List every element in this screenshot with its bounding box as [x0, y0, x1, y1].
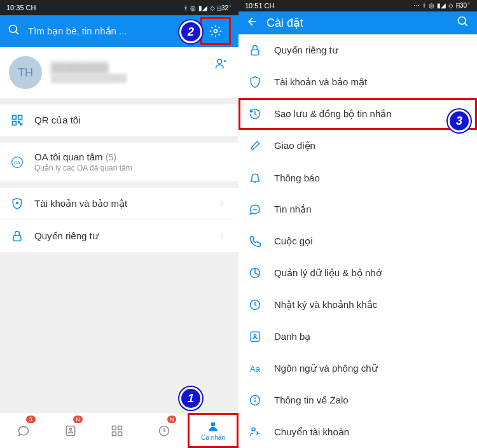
bottom-nav: 3 N N Cá nhân	[0, 412, 238, 448]
status-bar: 10:51 CH ⋯ ᚼ ◎ ▮◢ ◇ ⌸30⁾	[238, 0, 477, 11]
status-bar: 10:35 CH ᚼ ◎ ▮◢ ◇ ⌸32⁾	[0, 0, 238, 15]
settings-backup[interactable]: Sao lưu & đồng bộ tin nhắn	[238, 98, 477, 130]
contacts-badge: N	[73, 416, 83, 423]
callout-3: 3	[448, 109, 471, 132]
right-screen: 10:51 CH ⋯ ᚼ ◎ ▮◢ ◇ ⌸30⁾ Cài đặt Quyền r…	[238, 0, 477, 448]
settings-switch[interactable]: Chuyển tài khoản	[238, 416, 477, 448]
settings-call-label: Cuộc gọi	[274, 235, 313, 247]
svg-line-24	[465, 23, 467, 25]
settings-contacts[interactable]: Danh bạ	[238, 321, 477, 353]
left-screen: 10:35 CH ᚼ ◎ ▮◢ ◇ ⌸32⁾ Tìm bạn bè, tin n…	[0, 0, 238, 448]
callout-2: 2	[179, 20, 202, 43]
font-icon: Aa	[249, 362, 261, 375]
timeline-badge: N	[167, 416, 177, 423]
nav-messages[interactable]: 3	[0, 413, 47, 448]
bluetooth-icon: ᚼ	[422, 2, 426, 9]
svg-rect-20	[118, 431, 122, 435]
settings-message[interactable]: Tin nhắn	[238, 193, 477, 225]
qr-icon	[10, 113, 24, 127]
svg-point-33	[255, 398, 256, 398]
brush-icon	[249, 139, 261, 152]
messages-badge: 3	[26, 416, 36, 423]
profile-sub: ██████████████	[51, 74, 127, 83]
bell-icon	[249, 171, 261, 184]
qr-section: QR của tôi	[0, 104, 238, 136]
callout-1: 1	[179, 387, 202, 410]
settings-privacy[interactable]: Quyền riêng tư	[238, 34, 477, 66]
settings-call[interactable]: Cuộc gọi	[238, 225, 477, 257]
settings-backup-label: Sao lưu & đồng bộ tin nhắn	[274, 108, 392, 120]
settings-contacts-label: Danh bạ	[274, 331, 310, 342]
privacy-label: Quyền riêng tư	[34, 230, 209, 242]
clock-icon	[249, 298, 261, 311]
svg-rect-19	[113, 431, 116, 435]
chevron-right-icon: 〉	[219, 198, 228, 209]
info-icon	[249, 394, 261, 407]
svg-line-1	[16, 32, 18, 34]
settings-button[interactable]	[200, 17, 231, 45]
nav-discover[interactable]	[94, 413, 141, 448]
lock-icon	[10, 229, 24, 243]
settings-notif[interactable]: Thông báo	[238, 162, 477, 193]
pie-icon	[249, 267, 261, 279]
back-button[interactable]	[246, 15, 259, 31]
search-button[interactable]	[457, 15, 469, 31]
lock-icon	[249, 44, 261, 57]
svg-point-30	[254, 335, 256, 337]
nav-timeline[interactable]: N	[141, 413, 188, 448]
svg-point-22	[211, 422, 216, 426]
svg-point-3	[218, 59, 222, 64]
qr-label: QR của tôi	[34, 115, 228, 126]
oa-sub: Quản lý các OA đã quan tâm	[34, 164, 228, 172]
svg-rect-25	[251, 50, 259, 55]
settings-data[interactable]: Quản lý dữ liệu & bộ nhớ	[238, 257, 477, 289]
shield-icon	[10, 197, 24, 211]
avatar: TH	[9, 56, 42, 89]
settings-switch-label: Chuyển tài khoản	[274, 426, 349, 438]
battery-icon: ⌸30⁾	[456, 2, 471, 9]
svg-rect-6	[13, 116, 17, 120]
oa-icon: OA	[10, 155, 24, 169]
settings-lang[interactable]: Aa Ngôn ngữ và phông chữ	[238, 353, 477, 384]
security-section: Tài khoản và bảo mật 〉 Quyền riêng tư 〉	[0, 188, 238, 252]
nav-personal[interactable]: Cá nhân	[188, 413, 238, 448]
security-row[interactable]: Tài khoản và bảo mật 〉	[0, 188, 238, 220]
dots-icon: ⋯	[413, 2, 420, 9]
qr-row[interactable]: QR của tôi	[0, 104, 238, 136]
settings-about[interactable]: Thông tin về Zalo	[238, 384, 477, 416]
profile-row[interactable]: TH ████████ ██████████████	[0, 47, 238, 98]
settings-title: Cài đặt	[266, 16, 449, 30]
settings-ui[interactable]: Giao diện	[238, 130, 477, 162]
vibrate-icon: ◎	[190, 4, 196, 11]
status-time: 10:51 CH	[245, 2, 274, 10]
oa-count: (5)	[106, 152, 116, 162]
search-icon[interactable]	[8, 24, 20, 39]
oa-title: OA tôi quan tâm	[34, 151, 103, 162]
oa-row[interactable]: OA OA tôi quan tâm (5) Quản lý các OA đã…	[0, 143, 238, 181]
settings-header: Cài đặt	[238, 11, 477, 34]
svg-rect-9	[18, 122, 20, 123]
search-header: Tìm bạn bè, tin nhắn ...	[0, 15, 238, 47]
svg-rect-14	[13, 235, 21, 241]
nav-contacts[interactable]: N	[47, 413, 94, 448]
settings-security[interactable]: Tài khoản và bảo mật	[238, 66, 477, 98]
wifi-icon: ◇	[210, 4, 215, 11]
message-icon	[249, 203, 261, 216]
security-label: Tài khoản và bảo mật	[34, 198, 209, 209]
settings-about-label: Thông tin về Zalo	[274, 395, 349, 406]
grid-icon	[111, 424, 123, 437]
settings-diary[interactable]: Nhật ký và khoảnh khắc	[238, 289, 477, 321]
settings-list: Quyền riêng tư Tài khoản và bảo mật Sao …	[238, 34, 477, 448]
profile-name: ████████	[51, 62, 127, 74]
search-input[interactable]: Tìm bạn bè, tin nhắn ...	[28, 25, 193, 37]
settings-diary-label: Nhật ký và khoảnh khắc	[274, 299, 377, 311]
person-icon	[207, 420, 219, 433]
add-friend-icon[interactable]	[214, 57, 227, 73]
nav-personal-label: Cá nhân	[201, 434, 225, 441]
settings-privacy-label: Quyền riêng tư	[274, 45, 338, 56]
svg-rect-10	[20, 123, 22, 125]
gear-icon	[209, 25, 222, 38]
privacy-row[interactable]: Quyền riêng tư 〉	[0, 220, 238, 252]
chat-icon	[17, 424, 30, 437]
wifi-icon: ◇	[448, 2, 453, 9]
